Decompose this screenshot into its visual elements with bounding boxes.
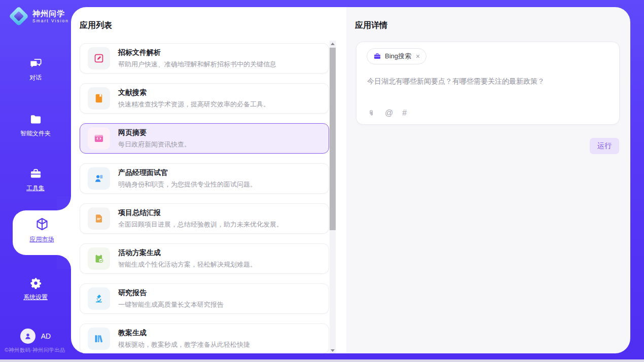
books-icon bbox=[93, 333, 104, 344]
avatar bbox=[20, 329, 35, 344]
bump-curve-bottom bbox=[57, 255, 71, 269]
chat-icon bbox=[29, 57, 43, 70]
mention-icon[interactable]: @ bbox=[385, 108, 393, 118]
scrollbar-up-arrow[interactable] bbox=[330, 41, 336, 47]
app-name: 文献搜索 bbox=[118, 88, 270, 97]
main-container: 应用列表 招标文件解析 帮助用户快速、准确地理解和解析招标书中的关键信息 bbox=[71, 7, 630, 353]
app-desc: 全面回顾项目进展，总结经验教训，助力未来优化发展。 bbox=[118, 220, 283, 229]
app-name: 教案生成 bbox=[118, 329, 250, 338]
app-desc: 快速精准查找学术资源，提高研究效率的必备工具。 bbox=[118, 100, 270, 109]
folder-icon bbox=[29, 113, 43, 126]
run-button[interactable]: 运行 bbox=[590, 138, 619, 154]
app-icon-tile bbox=[88, 247, 110, 270]
sidebar-item-label: 工具集 bbox=[0, 184, 71, 193]
app-detail-panel: 应用详情 Bing搜索 × 今日湖北有哪些新闻要点？有哪些需要关注的最新政策？ … bbox=[346, 7, 630, 353]
app-icon-tile bbox=[88, 87, 110, 110]
sidebar: 神州问学 Smart Vision 对话 智能文件夹 工具集 应用市场 bbox=[0, 0, 71, 362]
sidebar-item-label: 应用市场 bbox=[13, 235, 71, 244]
app-list-item[interactable]: 产品经理面试官 明确身份和职责，为您提供专业性的面试问题。 bbox=[80, 163, 329, 194]
app-icon-tile bbox=[88, 207, 110, 230]
scrollbar[interactable] bbox=[330, 41, 336, 353]
microscope-icon bbox=[93, 293, 104, 304]
attachment-toolbar: @ # bbox=[367, 108, 407, 118]
app-desc: 每日政府新闻资讯快查。 bbox=[118, 140, 191, 149]
person-icon bbox=[23, 332, 32, 341]
book-icon bbox=[93, 93, 104, 104]
sidebar-item-smart-folder[interactable]: 智能文件夹 bbox=[0, 113, 71, 138]
app-name: 研究报告 bbox=[118, 288, 224, 298]
app-desc: 智能生成个性化活动方案，轻松解决规划难题。 bbox=[118, 260, 257, 269]
query-text[interactable]: 今日湖北有哪些新闻要点？有哪些需要关注的最新政策？ bbox=[367, 77, 610, 86]
brand-name: 神州问学 bbox=[32, 9, 69, 19]
app-name: 项目总结汇报 bbox=[118, 208, 283, 218]
scrollbar-thumb[interactable] bbox=[330, 48, 336, 230]
bump-curve-top bbox=[57, 196, 71, 210]
brand-logo-icon bbox=[9, 7, 28, 26]
paperclip-icon[interactable] bbox=[367, 109, 376, 118]
sidebar-item-label: 系统设置 bbox=[0, 293, 71, 302]
app-name: 活动方案生成 bbox=[118, 248, 257, 258]
app-list-item[interactable]: 招标文件解析 帮助用户快速、准确地理解和解析招标书中的关键信息 bbox=[80, 43, 329, 74]
app-name: 网页摘要 bbox=[118, 128, 191, 137]
briefcase-icon bbox=[373, 52, 381, 60]
tool-chip-label: Bing搜索 bbox=[385, 52, 411, 61]
copyright: ©神州数码·神州问学出品 bbox=[5, 347, 65, 354]
remove-tool-icon[interactable]: × bbox=[416, 53, 420, 60]
app-desc: 明确身份和职责，为您提供专业性的面试问题。 bbox=[118, 180, 257, 189]
app-detail-title: 应用详情 bbox=[355, 20, 387, 31]
app-list-item[interactable]: 教案生成 模板驱动，教案秒成，教学准备从此轻松快捷 bbox=[80, 323, 329, 353]
interviewer-icon bbox=[93, 173, 104, 184]
scrollbar-down-arrow[interactable] bbox=[330, 347, 336, 353]
app-list-title: 应用列表 bbox=[80, 20, 112, 31]
app-name: 产品经理面试官 bbox=[118, 168, 257, 177]
sidebar-item-label: 对话 bbox=[0, 74, 71, 82]
clipboard-check-icon bbox=[93, 253, 104, 264]
user-name: AD bbox=[41, 332, 51, 340]
app-list-item[interactable]: 研究报告 一键智能生成高质量长文本研究报告 bbox=[80, 283, 329, 314]
app-name: 招标文件解析 bbox=[118, 48, 276, 57]
app-list-item[interactable]: 文献搜索 快速精准查找学术资源，提高研究效率的必备工具。 bbox=[80, 83, 329, 114]
edit-document-icon bbox=[93, 53, 104, 64]
app-list-item[interactable]: 活动方案生成 智能生成个性化活动方案，轻松解决规划难题。 bbox=[80, 243, 329, 274]
app-list-item-selected[interactable]: 网页摘要 每日政府新闻资讯快查。 bbox=[80, 123, 329, 154]
sidebar-item-chat[interactable]: 对话 bbox=[0, 57, 71, 82]
bottom-strip bbox=[0, 359, 644, 362]
tool-chip-bing-search[interactable]: Bing搜索 × bbox=[367, 48, 426, 64]
browser-code-icon bbox=[93, 133, 104, 144]
report-note-icon bbox=[93, 213, 104, 224]
app-list-panel: 应用列表 招标文件解析 帮助用户快速、准确地理解和解析招标书中的关键信息 bbox=[71, 7, 346, 353]
app-icon-tile bbox=[88, 328, 110, 350]
sidebar-item-app-market[interactable]: 应用市场 bbox=[13, 210, 71, 255]
toolbox-icon bbox=[29, 167, 43, 181]
gear-icon bbox=[29, 276, 43, 290]
app-icon-tile bbox=[88, 127, 110, 150]
app-desc: 模板驱动，教案秒成，教学准备从此轻松快捷 bbox=[118, 340, 250, 349]
app-desc: 一键智能生成高质量长文本研究报告 bbox=[118, 300, 224, 309]
sidebar-item-label: 智能文件夹 bbox=[0, 129, 71, 138]
user-account[interactable]: AD bbox=[0, 329, 71, 344]
app-list-item[interactable]: 项目总结汇报 全面回顾项目进展，总结经验教训，助力未来优化发展。 bbox=[80, 203, 329, 234]
cube-icon bbox=[34, 216, 50, 232]
brand-subtitle: Smart Vision bbox=[32, 18, 69, 23]
brand: 神州问学 Smart Vision bbox=[9, 7, 69, 26]
app-icon-tile bbox=[88, 287, 110, 310]
app-icon-tile bbox=[88, 47, 110, 69]
app-desc: 帮助用户快速、准确地理解和解析招标书中的关键信息 bbox=[118, 60, 276, 69]
app-list: 招标文件解析 帮助用户快速、准确地理解和解析招标书中的关键信息 文献搜索 快速精… bbox=[80, 43, 329, 353]
sidebar-item-settings[interactable]: 系统设置 bbox=[0, 276, 71, 302]
sidebar-item-toolset[interactable]: 工具集 bbox=[0, 167, 71, 193]
app-icon-tile bbox=[88, 167, 110, 190]
query-card[interactable]: Bing搜索 × 今日湖北有哪些新闻要点？有哪些需要关注的最新政策？ @ # bbox=[356, 42, 620, 125]
hash-icon[interactable]: # bbox=[402, 108, 407, 118]
